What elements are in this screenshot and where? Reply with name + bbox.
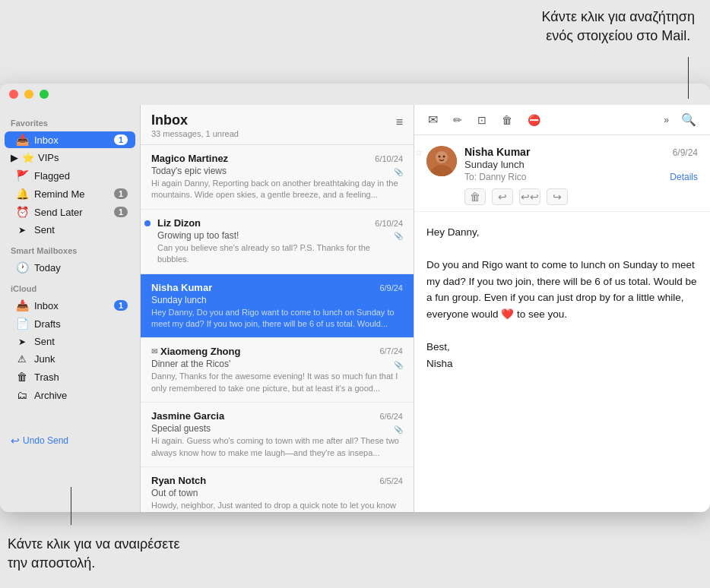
detail-sender: Nisha Kumar xyxy=(464,146,530,158)
email-list-panel: Inbox 33 messages, 1 unread ≡ Magico Mar… xyxy=(141,105,414,512)
svg-point-3 xyxy=(439,156,441,158)
email-item-magico[interactable]: Magico Martinez 6/10/24 Today's epic vie… xyxy=(141,145,414,210)
inbox-icloud-badge: 1 xyxy=(114,300,128,311)
callout-line-bottom xyxy=(71,487,71,525)
close-button[interactable] xyxy=(9,90,18,99)
email-item-nisha[interactable]: Nisha Kumar 6/9/24 Sunday lunch Hey Dann… xyxy=(141,274,414,339)
sender-jasmine: Jasmine Garcia xyxy=(151,410,224,422)
chevron-icon: ▶ xyxy=(11,152,18,163)
today-icon: 🕐 xyxy=(15,261,29,273)
sidebar-item-flagged[interactable]: 🚩 Flagged xyxy=(5,167,135,184)
trash-action-icon[interactable]: 🗑 xyxy=(464,188,486,205)
sender-xiaomeng: ✉ Xiaomeng Zhong xyxy=(151,346,240,357)
avatar-wrap: ☆ xyxy=(426,146,457,176)
favorites-label: Favorites xyxy=(0,111,140,131)
sidebar-item-today[interactable]: 🕐 Today xyxy=(5,259,135,276)
junk-toolbar-icon[interactable]: ⛔ xyxy=(525,112,544,128)
inbox-icon: 📥 xyxy=(15,134,29,146)
maximize-button[interactable] xyxy=(40,90,49,99)
subject-ryan: Out of town xyxy=(151,488,403,498)
subject-liz: Growing up too fast! xyxy=(157,230,239,241)
sidebar-item-label-drafts: Drafts xyxy=(34,318,61,330)
details-link[interactable]: Details xyxy=(670,172,698,182)
sidebar: Favorites 📥 Inbox 1 ▶ ⭐ VIPs 🚩 Flagged 🔔 xyxy=(0,105,141,512)
attachment-icon-liz: 📎 xyxy=(394,232,403,240)
subject-nisha: Sunday lunch xyxy=(151,295,403,305)
subject-magico: Today's epic views xyxy=(151,166,227,176)
new-message-icon[interactable]: ✉ xyxy=(425,111,441,128)
smart-mailboxes-label: Smart Mailboxes xyxy=(0,239,140,258)
date-jasmine: 6/6/24 xyxy=(379,412,403,421)
minimize-button[interactable] xyxy=(24,90,33,99)
email-closing: Best, xyxy=(426,339,698,356)
more-icon[interactable]: » xyxy=(664,115,669,125)
email-item-liz[interactable]: Liz Dizon 6/10/24 Growing up too fast! 📎… xyxy=(141,210,414,274)
email-detail-header: ☆ xyxy=(414,135,710,212)
reply-action-icon[interactable]: ↩ xyxy=(492,188,513,205)
sidebar-item-label-archive: Archive xyxy=(34,390,67,401)
preview-nisha: Hey Danny, Do you and Rigo want to come … xyxy=(151,307,403,330)
date-xiaomeng: 6/7/24 xyxy=(379,346,403,356)
sidebar-item-sent-icloud[interactable]: ➤ Sent xyxy=(5,334,135,349)
email-body-text: Do you and Rigo want to come to lunch on… xyxy=(426,257,698,322)
sidebar-item-label-vips: VIPs xyxy=(38,152,59,163)
remind-icon: 🔔 xyxy=(15,188,29,200)
detail-date: 6/9/24 xyxy=(673,147,698,158)
star-icon[interactable]: ☆ xyxy=(414,147,423,158)
sidebar-item-inbox-fav[interactable]: 📥 Inbox 1 xyxy=(5,131,135,148)
sidebar-item-remind-me[interactable]: 🔔 Remind Me 1 xyxy=(5,185,135,202)
sidebar-item-label-remind: Remind Me xyxy=(34,188,84,200)
subject-xiaomeng: Dinner at the Ricos' xyxy=(151,359,230,369)
vips-icon: ⭐ xyxy=(22,152,34,163)
forward-action-icon[interactable]: ↪ xyxy=(547,188,568,205)
filter-icon[interactable]: ≡ xyxy=(396,115,403,129)
archive-toolbar-icon[interactable]: ⊡ xyxy=(474,112,490,128)
flagged-icon: 🚩 xyxy=(15,169,29,182)
avatar xyxy=(426,146,457,176)
date-ryan: 6/5/24 xyxy=(379,476,403,485)
email-actions: 🗑 ↩ ↩↩ ↪ xyxy=(464,188,698,205)
sidebar-item-junk[interactable]: ⚠ Junk xyxy=(5,351,135,367)
sidebar-item-label-trash: Trash xyxy=(34,371,59,383)
sidebar-item-drafts[interactable]: 📄 Drafts xyxy=(5,315,135,332)
detail-to: To: Danny Rico xyxy=(464,172,526,182)
sidebar-item-send-later[interactable]: ⏰ Send Later 1 xyxy=(5,204,135,220)
sidebar-item-trash[interactable]: 🗑 Trash xyxy=(5,368,135,385)
inbox-title: Inbox xyxy=(151,112,239,128)
email-item-jasmine[interactable]: Jasmine Garcia 6/6/24 Special guests 📎 H… xyxy=(141,403,414,467)
app-window: Favorites 📥 Inbox 1 ▶ ⭐ VIPs 🚩 Flagged 🔔 xyxy=(0,84,710,512)
sidebar-item-sent-fav[interactable]: ➤ Sent xyxy=(5,222,135,238)
reply-all-action-icon[interactable]: ↩↩ xyxy=(519,188,540,205)
email-greeting: Hey Danny, xyxy=(426,224,698,241)
email-list-header: Inbox 33 messages, 1 unread ≡ xyxy=(141,105,414,145)
drafts-icon: 📄 xyxy=(15,318,29,330)
email-item-ryan[interactable]: Ryan Notch 6/5/24 Out of town Howdy, nei… xyxy=(141,467,414,512)
sidebar-item-label-flagged: Flagged xyxy=(34,170,70,182)
inbox-subtitle: 33 messages, 1 unread xyxy=(151,129,239,138)
sent-fav-icon: ➤ xyxy=(15,225,29,236)
inbox-icloud-icon: 📥 xyxy=(15,299,29,311)
sidebar-item-archive[interactable]: 🗂 Archive xyxy=(5,387,135,403)
window-content: Favorites 📥 Inbox 1 ▶ ⭐ VIPs 🚩 Flagged 🔔 xyxy=(0,105,710,512)
avatar-image xyxy=(426,146,457,176)
undo-send-button[interactable]: ↩ Undo Send xyxy=(11,435,129,447)
undo-send-icon: ↩ xyxy=(11,435,20,447)
sidebar-item-inbox-icloud[interactable]: 📥 Inbox 1 xyxy=(5,297,135,314)
date-liz: 6/10/24 xyxy=(375,219,403,228)
preview-liz: Can you believe she's already so tall? P… xyxy=(157,242,403,266)
delete-toolbar-icon[interactable]: 🗑 xyxy=(499,112,515,128)
callout-line-top xyxy=(688,57,689,99)
attachment-icon-magico: 📎 xyxy=(394,168,403,176)
compose-icon[interactable]: ✏ xyxy=(450,112,465,128)
sender-liz: Liz Dizon xyxy=(157,217,201,229)
date-nisha: 6/9/24 xyxy=(379,283,403,292)
trash-icon: 🗑 xyxy=(15,371,29,383)
sidebar-item-vips[interactable]: ▶ ⭐ VIPs xyxy=(5,150,135,166)
search-icon[interactable]: 🔍 xyxy=(678,111,699,128)
inbox-badge: 1 xyxy=(114,134,128,145)
email-signature: Nisha xyxy=(426,356,698,372)
email-item-xiaomeng[interactable]: ✉ Xiaomeng Zhong 6/7/24 Dinner at the Ri… xyxy=(141,338,414,403)
sidebar-item-label-inbox-icloud: Inbox xyxy=(34,300,59,311)
sidebar-item-label-today: Today xyxy=(34,262,61,273)
email-body: Hey Danny, Do you and Rigo want to come … xyxy=(414,212,710,512)
